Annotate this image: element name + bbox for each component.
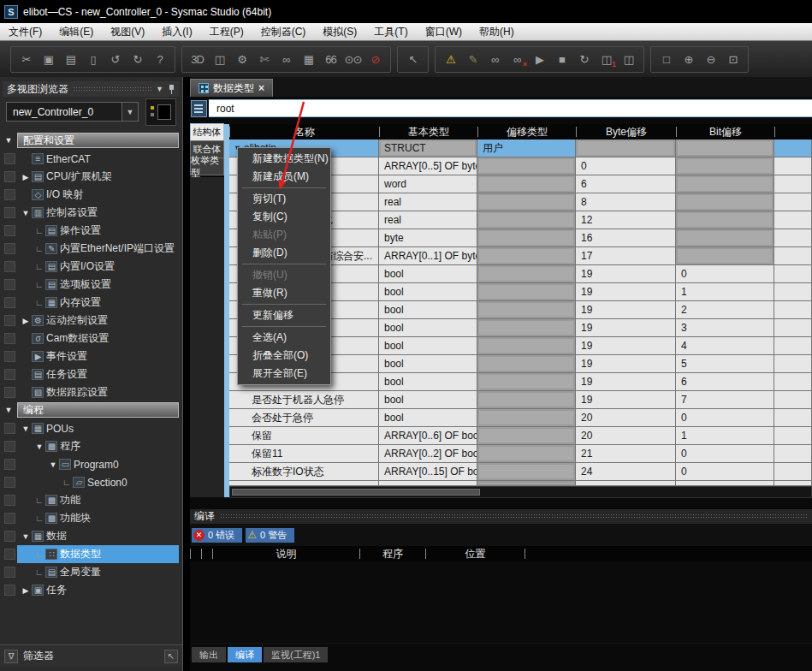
chevron-down-icon[interactable]: ▼ [48, 460, 58, 469]
cell-offset-type[interactable] [477, 391, 576, 409]
sidebar-item-Cam数据设置[interactable]: σCam数据设置 [0, 330, 181, 347]
pin-icon[interactable] [168, 84, 175, 94]
sidebar-item-全局变量[interactable]: ∟▤全局变量 [0, 563, 181, 581]
cut-icon[interactable]: ✂ [16, 49, 36, 69]
errors-badge[interactable]: ✕ 0 错误 [192, 528, 242, 543]
chevron-down-icon[interactable]: ▼ [21, 209, 31, 217]
chevron-down-icon[interactable]: ▼ [21, 425, 31, 433]
menu-item-窗口W[interactable]: 窗口(W) [417, 23, 471, 40]
horizontal-scrollbar[interactable] [229, 486, 812, 498]
sidebar-item-EtherCAT[interactable]: ≡EtherCAT [0, 150, 181, 168]
chevron-down-icon[interactable]: ▼ [0, 136, 17, 145]
run-mode-icon[interactable]: ▶ [530, 49, 549, 69]
cell-bit-offset[interactable]: 0 [676, 445, 774, 463]
cell-byte-offset[interactable]: 19 [576, 355, 676, 373]
context-menu-item-折叠全部(O)[interactable]: 折叠全部(O) [238, 347, 330, 365]
sidebar-item-功能[interactable]: ∟▩功能 [0, 491, 181, 509]
cell-base-type[interactable]: bool [379, 355, 477, 373]
cell-name[interactable]: 保留 [229, 427, 379, 445]
cell-offset-type[interactable] [477, 373, 576, 391]
cell-byte-offset[interactable]: 19 [576, 319, 676, 337]
cell-offset-type[interactable] [477, 193, 576, 211]
breadcrumb[interactable]: root [209, 99, 812, 117]
cell-byte-offset[interactable]: 16 [576, 229, 676, 247]
menu-item-控制器C[interactable]: 控制器(C) [252, 23, 315, 40]
cell-base-type[interactable]: bool [379, 373, 477, 391]
cell-offset-type[interactable] [477, 247, 576, 265]
online-warning-icon[interactable]: ⚠ [441, 49, 460, 69]
sidebar-item-数据跟踪设置[interactable]: ▧数据跟踪设置 [0, 383, 181, 401]
edit-pointer-icon[interactable]: ↖ [403, 49, 423, 69]
column-header-Byte偏移[interactable]: Byte偏移 [576, 127, 676, 137]
menu-item-工具T[interactable]: 工具(T) [365, 23, 416, 40]
column-header-名称[interactable]: 名称 [229, 127, 379, 137]
cell-byte-offset[interactable]: 19 [576, 301, 676, 319]
cell-bit-offset[interactable]: 0 [676, 463, 774, 481]
context-menu-item-展开全部(E)[interactable]: 展开全部(E) [238, 365, 330, 383]
column-header-Bit偏移[interactable]: Bit偏移 [676, 127, 774, 137]
abort-icon[interactable]: ⊘ [365, 49, 385, 69]
transfer-from-controller-icon[interactable]: ◫ [619, 49, 638, 69]
cell-base-type[interactable]: byte [379, 229, 477, 247]
cell-byte-offset[interactable]: 12 [576, 211, 676, 229]
sidebar-item-操作设置[interactable]: ∟▤操作设置 [0, 222, 181, 240]
sidebar-item-任务设置[interactable]: ▤任务设置 [0, 365, 181, 383]
cell-bit-offset[interactable] [676, 175, 774, 193]
cell-bit-offset[interactable]: 7 [676, 391, 774, 409]
build-tool-icon[interactable]: ⚙ [232, 49, 252, 69]
menu-item-帮助H[interactable]: 帮助(H) [471, 23, 523, 40]
sidebar-item-Program0[interactable]: ▼▭Program0 [0, 455, 181, 473]
cell-name[interactable]: 保留11 [229, 445, 379, 463]
cell-offset-type[interactable] [477, 157, 576, 175]
cell-bit-offset[interactable] [676, 140, 774, 157]
cell-base-type[interactable]: word [379, 175, 477, 193]
sidebar-item-内置I/O设置[interactable]: ∟▤内置I/O设置 [0, 258, 181, 276]
cell-base-type[interactable]: bool [379, 409, 477, 427]
sidebar-item-Section0[interactable]: ∟▱Section0 [0, 473, 181, 491]
filter-edit-icon[interactable]: ↖ [164, 650, 178, 663]
cell-bit-offset[interactable]: 4 [676, 337, 774, 355]
paste-icon[interactable]: ▤ [61, 49, 80, 69]
sidebar-item-选项板设置[interactable]: ∟▤选项板设置 [0, 276, 181, 294]
cell-base-type[interactable]: ARRAY[0..15] OF bool [379, 463, 477, 481]
sidebar-item-I/O 映射[interactable]: ◇I/O 映射 [0, 186, 181, 204]
delete-icon[interactable]: ▯ [83, 49, 103, 69]
cell-offset-type[interactable] [477, 283, 576, 301]
cell-offset-type[interactable] [477, 175, 576, 193]
menu-item-编辑E[interactable]: 编辑(E) [50, 23, 102, 40]
cell-byte-offset[interactable]: 17 [576, 247, 676, 265]
cell-bit-offset[interactable]: 1 [676, 283, 774, 301]
cell-bit-offset[interactable]: 6 [676, 373, 774, 391]
3d-view-icon[interactable]: 3D [187, 49, 207, 69]
column-header-偏移类型[interactable]: 偏移类型 [477, 127, 576, 137]
cell-bit-offset[interactable]: 5 [676, 355, 774, 373]
scrollbar-thumb[interactable] [232, 489, 480, 496]
context-menu-item-复制(C)[interactable]: 复制(C) [238, 208, 330, 226]
cell-name[interactable]: 标准数字IO状态 [229, 463, 379, 481]
multiview-explorer-header[interactable]: 多视图浏览器 ▼ [3, 81, 180, 97]
cell-byte-offset[interactable]: 24 [576, 463, 676, 481]
menu-item-文件F[interactable]: 文件(F) [0, 23, 50, 40]
category-tab-枚举类型[interactable]: 枚举类型 [190, 157, 224, 175]
cell-bit-offset[interactable] [676, 193, 774, 211]
cell-offset-type[interactable] [477, 409, 576, 427]
offline-edit-icon[interactable]: ✎ [463, 49, 483, 69]
cell-offset-type[interactable] [477, 463, 576, 481]
sidebar-item-CPU/扩展机架[interactable]: ▶▤CPU/扩展机架 [0, 168, 181, 186]
cell-base-type[interactable]: STRUCT [379, 140, 477, 157]
cell-offset-type[interactable] [477, 427, 576, 445]
menu-item-插入I[interactable]: 插入(I) [153, 23, 200, 40]
cell-bit-offset[interactable]: 0 [676, 409, 774, 427]
context-menu-item-新建成员(M)[interactable]: 新建成员(M) [238, 168, 330, 186]
cell-bit-offset[interactable] [676, 211, 774, 229]
column-header-基本类型[interactable]: 基本类型 [379, 127, 477, 137]
cell-bit-offset[interactable] [676, 157, 774, 175]
synchronize-icon[interactable]: ↻ [574, 49, 594, 69]
monitor-glasses-icon[interactable]: ∞ [485, 49, 505, 69]
sidebar-item-数据[interactable]: ▼▦数据 [0, 527, 181, 545]
variable-scissors-icon[interactable]: ✄ [254, 49, 274, 69]
context-menu-item-更新偏移[interactable]: 更新偏移 [238, 306, 330, 324]
tree-section-配置和设置[interactable]: ▼配置和设置 [0, 132, 181, 149]
watch-glasses-icon[interactable]: ∞ [276, 49, 296, 69]
cell-byte-offset[interactable]: 19 [576, 283, 676, 301]
